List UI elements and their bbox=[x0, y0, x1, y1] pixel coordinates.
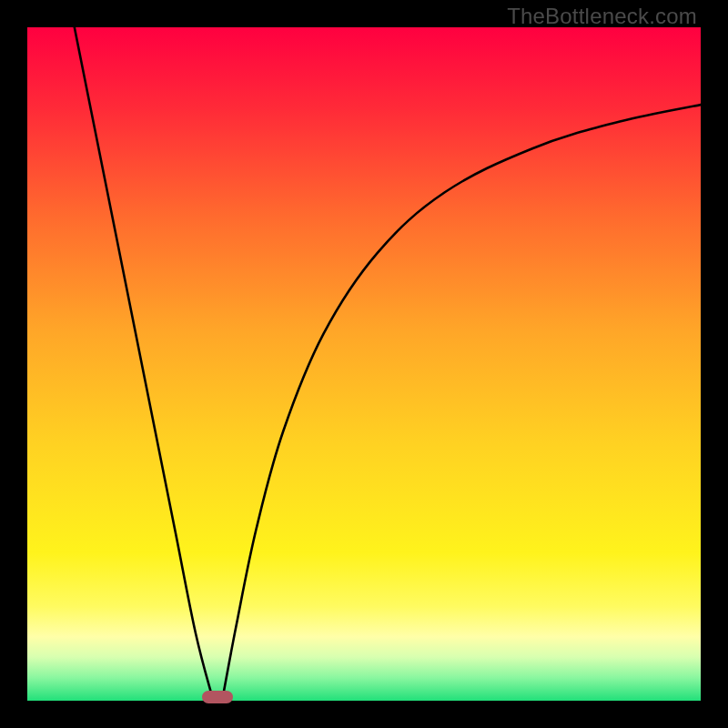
chart-plot-area bbox=[27, 27, 701, 701]
heat-gradient bbox=[27, 27, 701, 701]
svg-rect-0 bbox=[27, 27, 701, 701]
optimum-marker bbox=[202, 691, 233, 703]
watermark-text: TheBottleneck.com bbox=[507, 4, 697, 29]
